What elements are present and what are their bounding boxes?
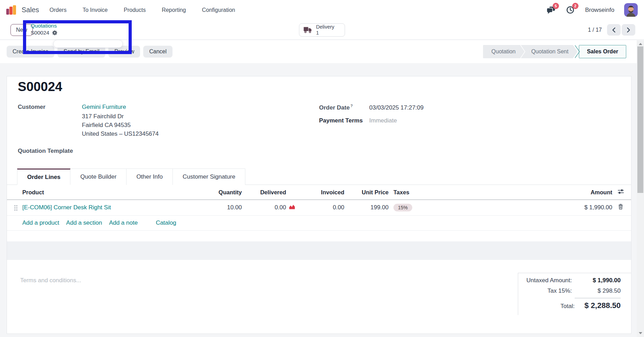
chevron-right-icon: [627, 27, 630, 33]
total-row: Total: $ 2,288.50: [518, 298, 621, 310]
notebook-tabs: Order Lines Quote Builder Other Info Cus…: [7, 168, 631, 185]
product-link[interactable]: [E-COM06] Corner Desk Right Sit: [22, 204, 111, 211]
user-name[interactable]: Browseinfo: [585, 7, 614, 14]
scroll-down-arrow[interactable]: [637, 331, 644, 336]
col-product[interactable]: Product: [21, 189, 209, 196]
form-sheet: S00024 Customer Gemini Furniture 317 Fai…: [7, 76, 631, 334]
scroll-up-arrow[interactable]: [637, 42, 644, 46]
payment-terms-label: Payment Terms: [319, 117, 369, 124]
app-name[interactable]: Sales: [22, 6, 39, 14]
delivery-smart-button[interactable]: Delivery 1: [299, 23, 345, 37]
help-icon[interactable]: ?: [350, 104, 353, 108]
untaxed-amount-value: $ 1,990.00: [572, 277, 621, 284]
top-navbar: Sales Orders To Invoice Products Reporti…: [0, 0, 644, 20]
tax-label: Tax 15%:: [547, 287, 572, 294]
vertical-scrollbar[interactable]: [637, 41, 644, 337]
col-amount[interactable]: Amount: [460, 189, 615, 196]
activities-icon[interactable]: 2: [566, 6, 575, 15]
status-quotation-sent[interactable]: Quotation Sent: [521, 45, 577, 58]
sheet-footer: Terms and conditions... Untaxed Amount: …: [7, 273, 631, 315]
customer-label: Customer: [18, 104, 82, 111]
tax-value: $ 298.50: [572, 287, 621, 294]
app-logo-icon[interactable]: [6, 5, 16, 15]
tab-order-lines[interactable]: Order Lines: [17, 168, 70, 185]
delivery-label: Delivery: [316, 24, 334, 30]
terms-placeholder[interactable]: Terms and conditions...: [20, 273, 81, 284]
pager-next-button[interactable]: [622, 24, 635, 36]
status-sales-order[interactable]: Sales Order: [579, 45, 626, 58]
pager-previous-button[interactable]: [607, 24, 621, 36]
address-line-3: United States – US12345674: [82, 129, 159, 138]
total-value: $ 2,288.50: [575, 298, 621, 310]
menu-orders[interactable]: Orders: [49, 7, 67, 13]
delivered-value[interactable]: 0.00: [242, 204, 286, 211]
delivery-count: 1: [316, 30, 334, 36]
amount-value: $ 1,990.00: [460, 204, 615, 211]
tax-row: Tax 15%: $ 298.50: [518, 287, 621, 294]
forecast-chart-icon[interactable]: [286, 204, 298, 211]
breadcrumb-dropdown[interactable]: [53, 40, 123, 48]
quantity-value[interactable]: 10.00: [209, 204, 242, 211]
order-line-links: Add a product Add a section Add a note C…: [7, 216, 631, 231]
form-fields: Customer Gemini Furniture 317 Fairchild …: [18, 104, 620, 155]
status-arrow-icon: [574, 45, 580, 58]
status-quotation[interactable]: Quotation: [483, 45, 524, 58]
add-section-link[interactable]: Add a section: [66, 219, 102, 226]
navbar-right: 5 2 Browseinfo: [546, 3, 640, 17]
payment-terms-value[interactable]: Immediate: [369, 117, 397, 124]
optional-columns-icon[interactable]: [615, 189, 626, 196]
quotation-template-label: Quotation Template: [18, 148, 82, 155]
pager: 1 / 17: [588, 24, 635, 36]
customer-address: 317 Fairchild Dr Fairfield CA 94535 Unit…: [82, 112, 159, 138]
customer-link[interactable]: Gemini Furniture: [82, 104, 126, 110]
totals-block: Untaxed Amount: $ 1,990.00 Tax 15%: $ 29…: [518, 273, 631, 315]
order-lines-header: Product Quantity Delivered Invoiced Unit…: [7, 185, 631, 200]
messages-icon[interactable]: 5: [546, 6, 556, 15]
breadcrumb-quotations-link[interactable]: Quotations: [31, 22, 58, 29]
record-title: S00024: [18, 80, 631, 94]
col-quantity[interactable]: Quantity: [209, 189, 242, 196]
chevron-left-icon: [612, 27, 616, 33]
empty-striped-row: [7, 241, 631, 260]
delete-row-icon[interactable]: [615, 204, 626, 211]
invoiced-value[interactable]: 0.00: [298, 204, 344, 211]
menu-products[interactable]: Products: [124, 7, 146, 13]
add-product-link[interactable]: Add a product: [22, 219, 59, 226]
untaxed-amount-row: Untaxed Amount: $ 1,990.00: [518, 277, 621, 284]
scrollbar-thumb[interactable]: [637, 46, 643, 193]
statusbar: Quotation Quotation Sent Sales Order: [483, 45, 626, 58]
breadcrumb-current: S00024: [31, 29, 49, 36]
user-avatar[interactable]: [624, 3, 638, 17]
tab-customer-signature[interactable]: Customer Signature: [173, 168, 245, 185]
col-taxes[interactable]: Taxes: [389, 189, 460, 196]
new-button[interactable]: New: [10, 24, 33, 36]
create-invoice-button[interactable]: Create Invoice: [7, 46, 54, 58]
drag-handle[interactable]: [14, 205, 18, 211]
tab-quote-builder[interactable]: Quote Builder: [70, 168, 127, 185]
empty-row: [7, 260, 631, 273]
tab-other-info[interactable]: Other Info: [127, 168, 173, 185]
empty-row: [7, 231, 631, 241]
gear-icon[interactable]: [52, 30, 58, 36]
truck-icon: [304, 27, 313, 33]
col-unit-price[interactable]: Unit Price: [344, 189, 389, 196]
tax-badge[interactable]: 15%: [393, 204, 412, 211]
order-line-row: [E-COM06] Corner Desk Right Sit 10.00 0.…: [7, 200, 631, 216]
menu-reporting[interactable]: Reporting: [162, 7, 186, 13]
add-note-link[interactable]: Add a note: [109, 219, 138, 226]
main-menu: Orders To Invoice Products Reporting Con…: [49, 7, 235, 13]
cancel-button[interactable]: Cancel: [143, 46, 172, 58]
menu-configuration[interactable]: Configuration: [202, 7, 235, 13]
total-label: Total:: [560, 303, 575, 310]
messages-badge: 5: [553, 3, 559, 9]
address-line-2: Fairfield CA 94535: [82, 121, 159, 129]
avatar-image: [624, 3, 638, 17]
catalog-link[interactable]: Catalog: [156, 219, 176, 226]
col-invoiced[interactable]: Invoiced: [298, 189, 344, 196]
unit-price-value[interactable]: 199.00: [344, 204, 389, 211]
order-date-value[interactable]: 03/03/2025 17:27:09: [369, 104, 424, 111]
address-line-1: 317 Fairchild Dr: [82, 112, 159, 121]
menu-to-invoice[interactable]: To Invoice: [83, 7, 108, 13]
control-panel: New Quotations S00024: [0, 20, 644, 40]
col-delivered[interactable]: Delivered: [242, 189, 286, 196]
